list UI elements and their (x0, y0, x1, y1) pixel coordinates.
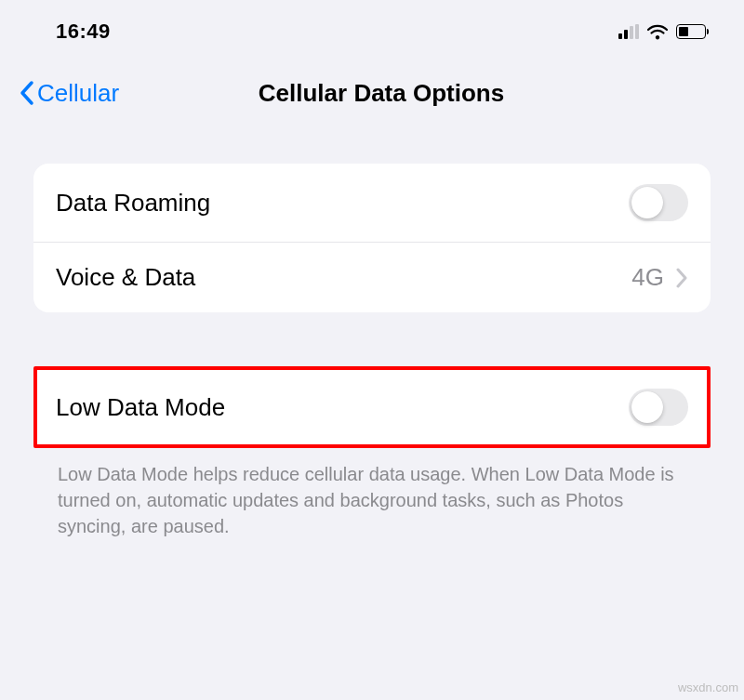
back-label: Cellular (37, 79, 119, 108)
status-icons (618, 23, 709, 40)
low-data-mode-toggle[interactable] (629, 389, 688, 426)
status-bar: 16:49 (0, 0, 744, 50)
toggle-knob (631, 391, 663, 423)
data-roaming-toggle[interactable] (629, 184, 688, 221)
back-button[interactable]: Cellular (19, 79, 119, 108)
row-data-roaming[interactable]: Data Roaming (33, 164, 711, 242)
row-value: 4G (631, 263, 664, 292)
nav-header: Cellular Cellular Data Options (0, 50, 744, 117)
highlighted-frame: Low Data Mode (33, 366, 711, 448)
watermark: wsxdn.com (678, 680, 738, 694)
chevron-right-icon (675, 268, 688, 288)
content: Data Roaming Voice & Data 4G Low Data Mo… (0, 117, 744, 539)
cellular-signal-icon (618, 24, 639, 39)
wifi-icon (646, 23, 669, 40)
toggle-knob (631, 187, 663, 218)
row-voice-data[interactable]: Voice & Data 4G (33, 242, 711, 312)
row-label: Low Data Mode (56, 393, 225, 422)
footer-text: Low Data Mode helps reduce cellular data… (33, 448, 711, 539)
row-low-data-mode[interactable]: Low Data Mode (37, 370, 707, 444)
chevron-left-icon (19, 80, 35, 106)
row-label: Voice & Data (56, 263, 195, 292)
battery-icon (676, 24, 709, 39)
settings-group-1: Data Roaming Voice & Data 4G (33, 164, 711, 312)
row-label: Data Roaming (56, 189, 210, 218)
status-time: 16:49 (56, 20, 111, 44)
page-title: Cellular Data Options (37, 79, 725, 108)
settings-group-2: Low Data Mode (37, 370, 707, 444)
